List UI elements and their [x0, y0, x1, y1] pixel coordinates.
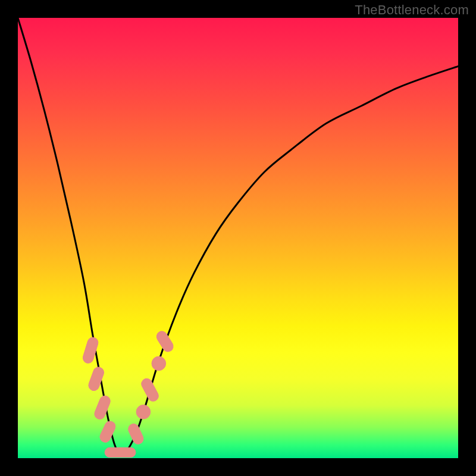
curve-marker	[155, 330, 176, 354]
plot-area	[18, 18, 458, 458]
curve-marker	[127, 422, 145, 446]
curve-marker	[140, 377, 161, 403]
marker-group	[82, 330, 175, 458]
watermark-text: TheBottleneck.com	[355, 2, 469, 18]
curve-marker	[136, 405, 151, 419]
curve-marker	[152, 356, 166, 371]
chart-frame: TheBottleneck.com	[0, 0, 476, 476]
chart-svg	[18, 18, 458, 458]
curve-marker	[93, 394, 112, 421]
curve-marker	[98, 419, 117, 444]
curve-marker	[116, 447, 136, 457]
bottleneck-curve	[18, 18, 458, 456]
